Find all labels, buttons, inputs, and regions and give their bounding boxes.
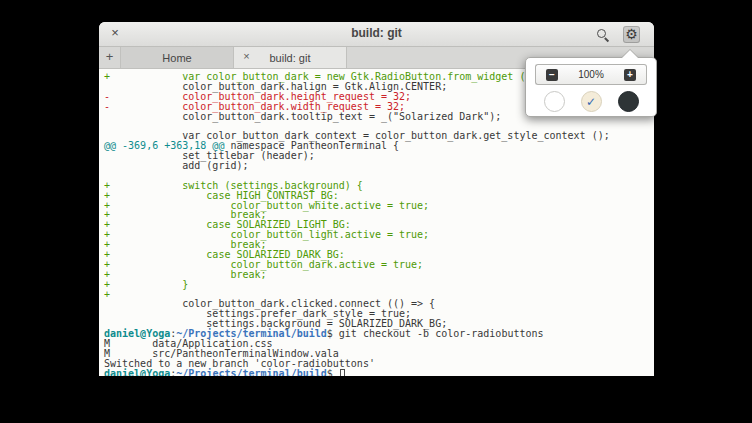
terminal-line-add: + }	[104, 280, 654, 290]
tab-home-label: Home	[162, 52, 191, 64]
check-icon: ✓	[586, 96, 596, 108]
theme-option-solarized-dark[interactable]	[618, 91, 639, 112]
theme-option-high-contrast[interactable]	[544, 91, 565, 112]
settings-popover: − 100% + ✓	[525, 57, 657, 117]
titlebar-actions: ⚙	[595, 25, 640, 43]
titlebar[interactable]: × build: git ⚙	[99, 22, 654, 47]
magnifier-glyph	[595, 27, 610, 42]
zoom-in-icon: +	[624, 69, 636, 81]
zoom-out-button[interactable]: −	[535, 64, 568, 85]
desktop-background: × build: git ⚙ + Home × build: git + var…	[0, 0, 752, 423]
window-title: build: git	[99, 26, 654, 40]
terminal-line-prompt: daniel@Yoga:~/Projects/terminal/build$	[104, 369, 654, 376]
zoom-out-icon: −	[546, 69, 558, 81]
tab-home[interactable]: Home	[121, 47, 234, 68]
zoom-in-button[interactable]: +	[614, 64, 647, 85]
terminal-line-ctx: add (grid);	[104, 161, 654, 171]
terminal-cursor	[340, 369, 345, 376]
zoom-controls: − 100% +	[535, 64, 647, 85]
search-icon[interactable]	[595, 27, 610, 42]
zoom-level: 100%	[568, 64, 614, 85]
tab-build-git[interactable]: × build: git	[234, 47, 347, 68]
new-tab-button[interactable]: +	[99, 47, 121, 68]
theme-row: ✓	[535, 91, 647, 112]
theme-option-solarized-light[interactable]: ✓	[581, 91, 602, 112]
settings-gear-icon[interactable]: ⚙	[623, 26, 640, 43]
tab-build-git-label: build: git	[270, 52, 311, 64]
popover-arrow	[622, 50, 638, 58]
tab-close-icon[interactable]: ×	[240, 50, 253, 63]
